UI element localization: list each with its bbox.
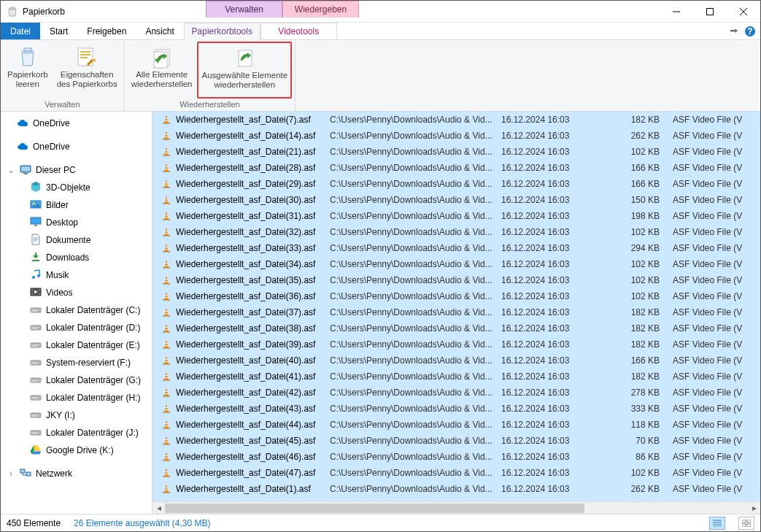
file-size: 182 KB (600, 339, 673, 350)
menu-video-tools[interactable]: Videotools (260, 23, 337, 40)
svg-rect-60 (163, 315, 170, 317)
file-row[interactable]: Wiederhergestellt_asf_Datei(47).asfC:\Us… (152, 465, 760, 481)
nav-item-4[interactable]: Downloads (1, 249, 152, 266)
scroll-left-icon[interactable]: ◂ (152, 502, 165, 514)
vlc-icon (161, 323, 171, 334)
nav-item-0[interactable]: 3D-Objekte (1, 179, 152, 196)
file-row[interactable]: Wiederhergestellt_asf_Datei(35).asfC:\Us… (152, 272, 760, 288)
context-tab-playback[interactable]: Wiedergeben (282, 1, 359, 18)
file-row[interactable]: Wiederhergestellt_asf_Datei(39).asfC:\Us… (152, 336, 760, 352)
file-row[interactable]: Wiederhergestellt_asf_Datei(38).asfC:\Us… (152, 320, 760, 336)
body-area: OneDrive OneDrive ⌄ Dieser PC 3D-Objekte… (1, 112, 760, 514)
file-row[interactable]: Wiederhergestellt_asf_Datei(37).asfC:\Us… (152, 304, 760, 320)
nav-item-2[interactable]: Desktop (1, 214, 152, 231)
file-row[interactable]: Wiederhergestellt_asf_Datei(32).asfC:\Us… (152, 224, 760, 240)
file-location: C:\Users\Penny\Downloads\Audio & Vid... (330, 163, 501, 173)
file-location: C:\Users\Penny\Downloads\Audio & Vid... (330, 179, 501, 189)
chevron-down-icon[interactable]: ⌄ (7, 165, 15, 175)
file-type: ASF Video File (V (673, 227, 760, 237)
nav-item-14[interactable]: Lokaler Datenträger (J:) (1, 424, 152, 442)
file-row[interactable]: Wiederhergestellt_asf_Datei(36).asfC:\Us… (152, 288, 760, 304)
nav-item-5[interactable]: Musik (1, 266, 152, 284)
file-list[interactable]: Wiederhergestellt_asf_Datei(7).asfC:\Use… (152, 112, 760, 501)
videos-icon (30, 286, 42, 300)
nav-onedrive-2[interactable]: OneDrive (1, 138, 152, 155)
svg-rect-38 (31, 396, 41, 397)
nav-item-1[interactable]: Bilder (1, 196, 152, 214)
nav-item-12[interactable]: Lokaler Datenträger (H:) (1, 389, 152, 406)
nav-item-7[interactable]: Lokaler Datenträger (C:) (1, 301, 152, 319)
restore-selected-button[interactable]: Ausgewählte Elemente wiederherstellen (197, 42, 292, 99)
menu-share[interactable]: Freigeben (77, 23, 136, 39)
vlc-icon (161, 147, 171, 157)
close-button[interactable] (727, 1, 760, 23)
nav-item-9[interactable]: Lokaler Datenträger (E:) (1, 336, 152, 354)
vlc-icon (161, 452, 171, 462)
file-row[interactable]: Wiederhergestellt_asf_Datei(44).asfC:\Us… (152, 417, 760, 433)
nav-item-3[interactable]: Dokumente (1, 231, 152, 249)
svg-rect-3 (24, 48, 31, 51)
minimize-ribbon-icon[interactable]: ⮕ (730, 26, 738, 36)
help-icon[interactable]: ? (744, 26, 756, 37)
context-tab-manage[interactable]: Verwalten (206, 1, 282, 18)
svg-rect-70 (163, 476, 170, 477)
menu-start[interactable]: Start (40, 23, 77, 39)
file-row[interactable]: Wiederhergestellt_asf_Datei(31).asfC:\Us… (152, 208, 760, 224)
menu-view[interactable]: Ansicht (136, 23, 183, 39)
file-row[interactable]: Wiederhergestellt_asf_Datei(28).asfC:\Us… (152, 160, 760, 176)
nav-item-15[interactable]: Google Drive (K:) (1, 442, 152, 459)
minimize-button[interactable] (660, 1, 693, 23)
file-date: 16.12.2024 16:03 (501, 179, 600, 189)
chevron-right-icon[interactable]: › (7, 469, 15, 479)
view-icons-button[interactable] (738, 517, 754, 530)
file-name: Wiederhergestellt_asf_Datei(33).asf (173, 243, 330, 253)
file-row[interactable]: Wiederhergestellt_asf_Datei(42).asfC:\Us… (152, 385, 760, 401)
file-type: ASF Video File (V (673, 436, 760, 446)
file-row[interactable]: Wiederhergestellt_asf_Datei(40).asfC:\Us… (152, 352, 760, 369)
nav-item-10[interactable]: System-reserviert (F:) (1, 354, 152, 371)
file-size: 150 KB (600, 195, 673, 205)
nav-item-13[interactable]: JKY (I:) (1, 406, 152, 424)
vlc-icon (161, 291, 171, 301)
file-row[interactable]: Wiederhergestellt_asf_Datei(14).asfC:\Us… (152, 128, 760, 144)
file-row[interactable]: Wiederhergestellt_asf_Datei(7).asfC:\Use… (152, 112, 760, 128)
file-type: ASF Video File (V (673, 484, 760, 494)
navigation-pane[interactable]: OneDrive OneDrive ⌄ Dieser PC 3D-Objekte… (1, 112, 152, 514)
svg-rect-56 (163, 251, 170, 252)
nav-item-6[interactable]: Videos (1, 284, 152, 301)
file-location: C:\Users\Penny\Downloads\Audio & Vid... (330, 131, 501, 141)
file-row[interactable]: Wiederhergestellt_asf_Datei(29).asfC:\Us… (152, 176, 760, 192)
empty-bin-icon (16, 45, 39, 69)
file-row[interactable]: Wiederhergestellt_asf_Datei(30).asfC:\Us… (152, 192, 760, 208)
nav-this-pc[interactable]: ⌄ Dieser PC (1, 161, 152, 179)
view-details-button[interactable] (709, 517, 725, 530)
menu-file[interactable]: Datei (1, 23, 40, 39)
file-row[interactable]: Wiederhergestellt_asf_Datei(34).asfC:\Us… (152, 256, 760, 272)
file-row[interactable]: Wiederhergestellt_asf_Datei(21).asfC:\Us… (152, 144, 760, 160)
ribbon-group-manage-label: Verwalten (4, 99, 121, 111)
nav-item-11[interactable]: Lokaler Datenträger (G:) (1, 371, 152, 389)
file-row[interactable]: Wiederhergestellt_asf_Datei(41).asfC:\Us… (152, 369, 760, 385)
menu-recycle-tools[interactable]: Papierkorbtools (184, 23, 260, 40)
title-bar: Papierkorb Verwalten Wiedergeben (1, 1, 760, 23)
recycle-bin-properties-button[interactable]: Eigenschaften des Papierkorbs (53, 42, 121, 99)
scroll-right-icon[interactable]: ▸ (748, 502, 760, 514)
drive-icon (30, 426, 42, 440)
nav-onedrive[interactable]: OneDrive (1, 115, 152, 132)
scroll-thumb[interactable] (165, 504, 584, 513)
onedrive-icon (17, 141, 28, 153)
horizontal-scrollbar[interactable]: ◂ ▸ (152, 501, 760, 514)
file-row[interactable]: Wiederhergestellt_asf_Datei(43).asfC:\Us… (152, 401, 760, 417)
file-name: Wiederhergestellt_asf_Datei(30).asf (173, 195, 330, 205)
nav-network[interactable]: › Netzwerk (1, 465, 152, 482)
file-type: ASF Video File (V (673, 275, 760, 285)
file-name: Wiederhergestellt_asf_Datei(45).asf (173, 436, 330, 446)
restore-all-button[interactable]: Alle Elemente wiederherstellen (128, 42, 196, 99)
nav-item-8[interactable]: Lokaler Datenträger (D:) (1, 319, 152, 336)
empty-recycle-bin-button[interactable]: Papierkorb leeren (4, 42, 52, 99)
file-row[interactable]: Wiederhergestellt_asf_Datei(46).asfC:\Us… (152, 449, 760, 465)
file-row[interactable]: Wiederhergestellt_asf_Datei(1).asfC:\Use… (152, 481, 760, 497)
file-row[interactable]: Wiederhergestellt_asf_Datei(33).asfC:\Us… (152, 240, 760, 256)
file-row[interactable]: Wiederhergestellt_asf_Datei(45).asfC:\Us… (152, 433, 760, 449)
maximize-button[interactable] (693, 1, 727, 23)
